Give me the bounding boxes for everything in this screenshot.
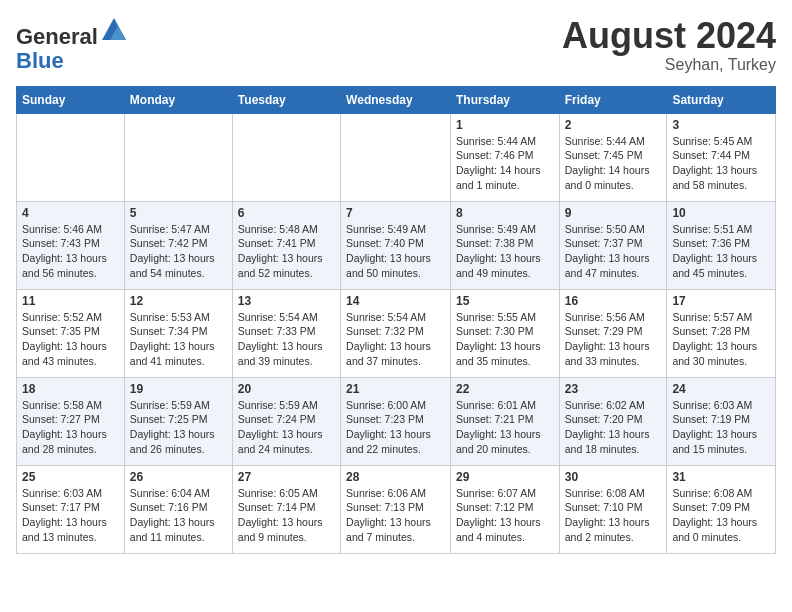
calendar-cell: 6Sunrise: 5:48 AM Sunset: 7:41 PM Daylig… [232, 201, 340, 289]
calendar-cell [17, 113, 125, 201]
day-info: Sunrise: 6:08 AM Sunset: 7:09 PM Dayligh… [672, 486, 770, 545]
weekday-header-tuesday: Tuesday [232, 86, 340, 113]
day-info: Sunrise: 5:49 AM Sunset: 7:38 PM Dayligh… [456, 222, 554, 281]
day-info: Sunrise: 5:48 AM Sunset: 7:41 PM Dayligh… [238, 222, 335, 281]
calendar-cell: 18Sunrise: 5:58 AM Sunset: 7:27 PM Dayli… [17, 377, 125, 465]
calendar-cell: 24Sunrise: 6:03 AM Sunset: 7:19 PM Dayli… [667, 377, 776, 465]
calendar-cell: 1Sunrise: 5:44 AM Sunset: 7:46 PM Daylig… [450, 113, 559, 201]
day-number: 8 [456, 206, 554, 220]
day-number: 19 [130, 382, 227, 396]
day-number: 25 [22, 470, 119, 484]
day-info: Sunrise: 6:02 AM Sunset: 7:20 PM Dayligh… [565, 398, 662, 457]
calendar-cell: 28Sunrise: 6:06 AM Sunset: 7:13 PM Dayli… [341, 465, 451, 553]
calendar-cell: 31Sunrise: 6:08 AM Sunset: 7:09 PM Dayli… [667, 465, 776, 553]
day-number: 18 [22, 382, 119, 396]
day-number: 12 [130, 294, 227, 308]
weekday-header-sunday: Sunday [17, 86, 125, 113]
calendar-cell: 30Sunrise: 6:08 AM Sunset: 7:10 PM Dayli… [559, 465, 667, 553]
day-info: Sunrise: 5:58 AM Sunset: 7:27 PM Dayligh… [22, 398, 119, 457]
day-info: Sunrise: 5:46 AM Sunset: 7:43 PM Dayligh… [22, 222, 119, 281]
day-number: 31 [672, 470, 770, 484]
day-number: 7 [346, 206, 445, 220]
weekday-header-saturday: Saturday [667, 86, 776, 113]
day-number: 29 [456, 470, 554, 484]
calendar-cell: 17Sunrise: 5:57 AM Sunset: 7:28 PM Dayli… [667, 289, 776, 377]
day-info: Sunrise: 6:08 AM Sunset: 7:10 PM Dayligh… [565, 486, 662, 545]
day-info: Sunrise: 5:51 AM Sunset: 7:36 PM Dayligh… [672, 222, 770, 281]
day-info: Sunrise: 5:44 AM Sunset: 7:45 PM Dayligh… [565, 134, 662, 193]
day-number: 22 [456, 382, 554, 396]
calendar-cell: 22Sunrise: 6:01 AM Sunset: 7:21 PM Dayli… [450, 377, 559, 465]
day-info: Sunrise: 5:45 AM Sunset: 7:44 PM Dayligh… [672, 134, 770, 193]
calendar-cell: 11Sunrise: 5:52 AM Sunset: 7:35 PM Dayli… [17, 289, 125, 377]
day-number: 1 [456, 118, 554, 132]
day-number: 21 [346, 382, 445, 396]
day-info: Sunrise: 5:53 AM Sunset: 7:34 PM Dayligh… [130, 310, 227, 369]
calendar-cell: 21Sunrise: 6:00 AM Sunset: 7:23 PM Dayli… [341, 377, 451, 465]
day-info: Sunrise: 6:06 AM Sunset: 7:13 PM Dayligh… [346, 486, 445, 545]
day-number: 20 [238, 382, 335, 396]
calendar-cell: 26Sunrise: 6:04 AM Sunset: 7:16 PM Dayli… [124, 465, 232, 553]
page-header: General Blue August 2024 Seyhan, Turkey [16, 16, 776, 74]
day-number: 11 [22, 294, 119, 308]
day-info: Sunrise: 5:59 AM Sunset: 7:24 PM Dayligh… [238, 398, 335, 457]
day-info: Sunrise: 5:52 AM Sunset: 7:35 PM Dayligh… [22, 310, 119, 369]
calendar-cell: 4Sunrise: 5:46 AM Sunset: 7:43 PM Daylig… [17, 201, 125, 289]
calendar-week-row: 11Sunrise: 5:52 AM Sunset: 7:35 PM Dayli… [17, 289, 776, 377]
weekday-header-thursday: Thursday [450, 86, 559, 113]
calendar-week-row: 4Sunrise: 5:46 AM Sunset: 7:43 PM Daylig… [17, 201, 776, 289]
month-year-title: August 2024 [562, 16, 776, 56]
calendar-cell: 19Sunrise: 5:59 AM Sunset: 7:25 PM Dayli… [124, 377, 232, 465]
calendar-week-row: 18Sunrise: 5:58 AM Sunset: 7:27 PM Dayli… [17, 377, 776, 465]
calendar-cell: 25Sunrise: 6:03 AM Sunset: 7:17 PM Dayli… [17, 465, 125, 553]
day-info: Sunrise: 6:04 AM Sunset: 7:16 PM Dayligh… [130, 486, 227, 545]
calendar-cell: 12Sunrise: 5:53 AM Sunset: 7:34 PM Dayli… [124, 289, 232, 377]
calendar-cell: 3Sunrise: 5:45 AM Sunset: 7:44 PM Daylig… [667, 113, 776, 201]
day-info: Sunrise: 6:07 AM Sunset: 7:12 PM Dayligh… [456, 486, 554, 545]
day-number: 3 [672, 118, 770, 132]
logo-blue: Blue [16, 48, 64, 73]
day-info: Sunrise: 5:50 AM Sunset: 7:37 PM Dayligh… [565, 222, 662, 281]
weekday-header-row: SundayMondayTuesdayWednesdayThursdayFrid… [17, 86, 776, 113]
day-info: Sunrise: 6:03 AM Sunset: 7:17 PM Dayligh… [22, 486, 119, 545]
day-number: 13 [238, 294, 335, 308]
calendar-cell: 14Sunrise: 5:54 AM Sunset: 7:32 PM Dayli… [341, 289, 451, 377]
logo: General Blue [16, 16, 128, 73]
day-number: 24 [672, 382, 770, 396]
calendar-cell: 13Sunrise: 5:54 AM Sunset: 7:33 PM Dayli… [232, 289, 340, 377]
calendar-cell [124, 113, 232, 201]
day-number: 16 [565, 294, 662, 308]
calendar-cell: 20Sunrise: 5:59 AM Sunset: 7:24 PM Dayli… [232, 377, 340, 465]
day-number: 23 [565, 382, 662, 396]
day-number: 26 [130, 470, 227, 484]
weekday-header-monday: Monday [124, 86, 232, 113]
day-info: Sunrise: 6:03 AM Sunset: 7:19 PM Dayligh… [672, 398, 770, 457]
day-number: 10 [672, 206, 770, 220]
calendar-cell: 7Sunrise: 5:49 AM Sunset: 7:40 PM Daylig… [341, 201, 451, 289]
title-block: August 2024 Seyhan, Turkey [562, 16, 776, 74]
calendar-cell: 2Sunrise: 5:44 AM Sunset: 7:45 PM Daylig… [559, 113, 667, 201]
calendar-cell [341, 113, 451, 201]
calendar-cell: 27Sunrise: 6:05 AM Sunset: 7:14 PM Dayli… [232, 465, 340, 553]
day-info: Sunrise: 6:01 AM Sunset: 7:21 PM Dayligh… [456, 398, 554, 457]
day-number: 15 [456, 294, 554, 308]
day-number: 2 [565, 118, 662, 132]
calendar-week-row: 25Sunrise: 6:03 AM Sunset: 7:17 PM Dayli… [17, 465, 776, 553]
day-number: 9 [565, 206, 662, 220]
calendar-cell: 16Sunrise: 5:56 AM Sunset: 7:29 PM Dayli… [559, 289, 667, 377]
day-info: Sunrise: 5:59 AM Sunset: 7:25 PM Dayligh… [130, 398, 227, 457]
day-info: Sunrise: 5:49 AM Sunset: 7:40 PM Dayligh… [346, 222, 445, 281]
day-info: Sunrise: 6:05 AM Sunset: 7:14 PM Dayligh… [238, 486, 335, 545]
day-info: Sunrise: 5:44 AM Sunset: 7:46 PM Dayligh… [456, 134, 554, 193]
day-number: 28 [346, 470, 445, 484]
logo-general: General [16, 24, 98, 49]
day-number: 5 [130, 206, 227, 220]
day-number: 30 [565, 470, 662, 484]
calendar-week-row: 1Sunrise: 5:44 AM Sunset: 7:46 PM Daylig… [17, 113, 776, 201]
day-info: Sunrise: 5:54 AM Sunset: 7:33 PM Dayligh… [238, 310, 335, 369]
day-info: Sunrise: 5:54 AM Sunset: 7:32 PM Dayligh… [346, 310, 445, 369]
location-subtitle: Seyhan, Turkey [562, 56, 776, 74]
calendar-cell: 9Sunrise: 5:50 AM Sunset: 7:37 PM Daylig… [559, 201, 667, 289]
calendar-cell: 10Sunrise: 5:51 AM Sunset: 7:36 PM Dayli… [667, 201, 776, 289]
day-info: Sunrise: 5:56 AM Sunset: 7:29 PM Dayligh… [565, 310, 662, 369]
